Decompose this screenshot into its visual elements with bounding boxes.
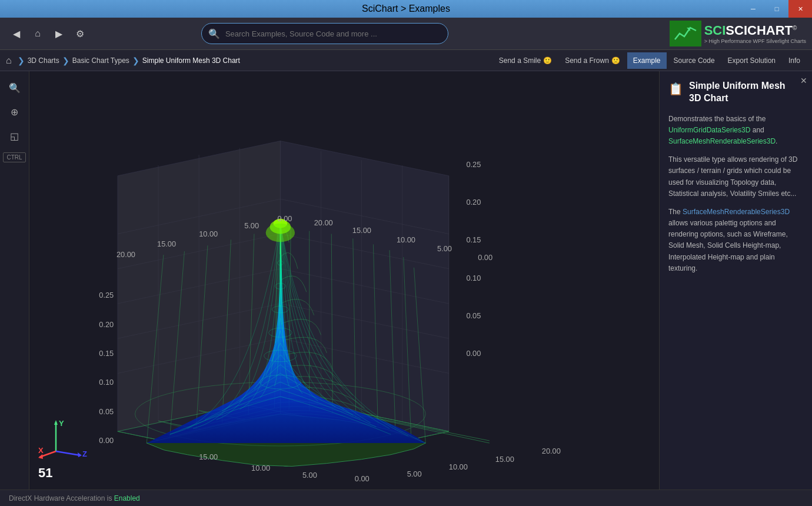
logo-sub-text: > High Performance WPF Silverlight Chart…	[704, 38, 806, 44]
fit-tool[interactable]: ◱	[4, 125, 25, 147]
fps-counter: 51	[38, 465, 52, 481]
svg-text:0.00: 0.00	[478, 253, 492, 262]
chart-toolbar: 🔍 ⊕ ◱ CTRL	[0, 71, 29, 490]
status-text: DirectX Hardware Acceleration is	[9, 494, 112, 502]
status-value: Enabled	[114, 494, 140, 502]
breadcrumb-sep-3: ❯	[132, 56, 139, 65]
svg-text:0.05: 0.05	[466, 311, 481, 320]
svg-text:15.00: 15.00	[157, 239, 176, 248]
svg-marker-80	[38, 454, 43, 459]
svg-text:0.10: 0.10	[99, 378, 114, 387]
svg-text:15.00: 15.00	[352, 226, 371, 235]
forward-button[interactable]: ▶	[48, 23, 69, 44]
example-tab[interactable]: Example	[627, 52, 667, 69]
settings-button[interactable]: ⚙	[69, 23, 91, 44]
svg-marker-83	[78, 452, 82, 457]
svg-marker-77	[54, 420, 58, 425]
uniform-grid-link[interactable]: UniformGridDataSeries3D	[668, 126, 750, 134]
breadcrumb-bar: ⌂ ❯ 3D Charts ❯ Basic Chart Types ❯ Simp…	[0, 50, 812, 71]
svg-text:0.20: 0.20	[466, 198, 481, 207]
svg-text:0.20: 0.20	[99, 320, 114, 329]
action-buttons: Send a Smile 🙂 Send a Frown 🙁 Example So…	[493, 52, 806, 69]
svg-text:0.15: 0.15	[99, 349, 114, 358]
logo-main-text: SCISCICHART©	[704, 23, 806, 38]
svg-text:10.00: 10.00	[449, 462, 468, 471]
svg-text:5.00: 5.00	[244, 221, 259, 230]
panel-description: Demonstrates the basics of the UniformGr…	[668, 114, 803, 274]
close-button[interactable]: ✕	[788, 0, 812, 18]
svg-text:20.00: 20.00	[117, 250, 135, 259]
chart-area[interactable]: 0.25 0.20 0.15 0.10 0.05 0.00 0.25 0.20 …	[29, 71, 659, 490]
svg-text:0.00: 0.00	[277, 214, 292, 223]
panel-para-3: The SurfaceMeshRenderableSeries3D allows…	[668, 207, 803, 274]
svg-text:5.00: 5.00	[407, 470, 422, 478]
panel-para-2: This versatile type allows rendering of …	[668, 154, 803, 199]
svg-text:0.00: 0.00	[466, 349, 481, 358]
window-controls: ─ □ ✕	[741, 0, 812, 18]
svg-text:10.00: 10.00	[199, 229, 218, 238]
svg-text:Z: Z	[82, 450, 87, 458]
main-content: 🔍 ⊕ ◱ CTRL	[0, 71, 812, 490]
home-button[interactable]: ⌂	[27, 23, 48, 44]
svg-text:0.15: 0.15	[466, 235, 481, 244]
panel-icon: 📋	[668, 82, 683, 96]
send-smile-button[interactable]: Send a Smile 🙂	[493, 52, 558, 69]
zoom-tool[interactable]: 🔍	[4, 77, 25, 98]
ctrl-label: CTRL	[3, 152, 25, 162]
svg-point-45	[266, 224, 295, 242]
chart-svg: 0.25 0.20 0.15 0.10 0.05 0.00 0.25 0.20 …	[29, 71, 659, 490]
svg-text:15.00: 15.00	[495, 455, 514, 464]
breadcrumb-sep-2: ❯	[62, 56, 69, 65]
surface-mesh-link-1[interactable]: SurfaceMeshRenderableSeries3D	[668, 137, 776, 145]
title-bar: SciChart > Examples ─ □ ✕	[0, 0, 812, 18]
search-icon: 🔍	[208, 28, 220, 39]
svg-text:X: X	[38, 446, 44, 455]
send-frown-button[interactable]: Send a Frown 🙁	[559, 52, 626, 69]
info-panel: ✕ 📋 Simple Uniform Mesh 3D Chart Demonst…	[659, 71, 812, 490]
svg-text:10.00: 10.00	[397, 235, 415, 244]
logo-chart-icon	[670, 21, 701, 46]
window-title: SciChart > Examples	[362, 4, 450, 14]
svg-text:15.00: 15.00	[199, 452, 218, 461]
toolbar: ◀ ⌂ ▶ ⚙ 🔍 SCISCICHART© > High Performanc…	[0, 18, 812, 50]
svg-text:0.00: 0.00	[355, 474, 370, 483]
logo-area: SCISCICHART© > High Performance WPF Silv…	[670, 21, 806, 46]
breadcrumb-sep-1: ❯	[18, 56, 25, 65]
logo-text: SCISCICHART© > High Performance WPF Silv…	[704, 23, 806, 44]
info-tab[interactable]: Info	[783, 52, 806, 69]
back-button[interactable]: ◀	[6, 23, 27, 44]
svg-text:5.00: 5.00	[437, 244, 452, 253]
svg-text:0.00: 0.00	[99, 436, 114, 445]
svg-line-82	[56, 451, 81, 455]
search-container: 🔍	[201, 23, 448, 44]
export-solution-button[interactable]: Export Solution	[722, 52, 781, 69]
panel-title: Simple Uniform Mesh 3D Chart	[689, 80, 791, 105]
svg-text:0.25: 0.25	[99, 291, 114, 299]
breadcrumb-3d-charts[interactable]: 3D Charts	[28, 56, 59, 65]
svg-text:0.10: 0.10	[466, 274, 481, 282]
maximize-button[interactable]: □	[765, 0, 788, 18]
source-code-tab[interactable]: Source Code	[668, 52, 721, 69]
minimize-button[interactable]: ─	[741, 0, 765, 18]
svg-text:20.00: 20.00	[314, 218, 333, 227]
panel-para-1: Demonstrates the basics of the UniformGr…	[668, 114, 803, 148]
svg-text:20.00: 20.00	[542, 447, 561, 455]
panel-close-button[interactable]: ✕	[800, 76, 807, 85]
svg-text:Y: Y	[59, 419, 64, 428]
coordinate-axes: Y X Z	[38, 419, 91, 460]
panel-title-area: 📋 Simple Uniform Mesh 3D Chart	[668, 80, 803, 105]
pan-tool[interactable]: ⊕	[4, 101, 25, 122]
svg-text:5.00: 5.00	[302, 471, 317, 480]
home-breadcrumb[interactable]: ⌂	[6, 55, 12, 66]
status-bar: DirectX Hardware Acceleration is Enabled	[0, 490, 812, 506]
svg-text:10.00: 10.00	[251, 464, 270, 472]
search-input[interactable]	[201, 23, 448, 44]
svg-text:0.25: 0.25	[466, 160, 481, 169]
surface-mesh-link-2[interactable]: SurfaceMeshRenderableSeries3D	[683, 208, 790, 216]
svg-text:0.05: 0.05	[99, 407, 114, 416]
breadcrumb-current: Simple Uniform Mesh 3D Chart	[142, 56, 240, 65]
breadcrumb-basic-chart-types[interactable]: Basic Chart Types	[72, 56, 129, 65]
